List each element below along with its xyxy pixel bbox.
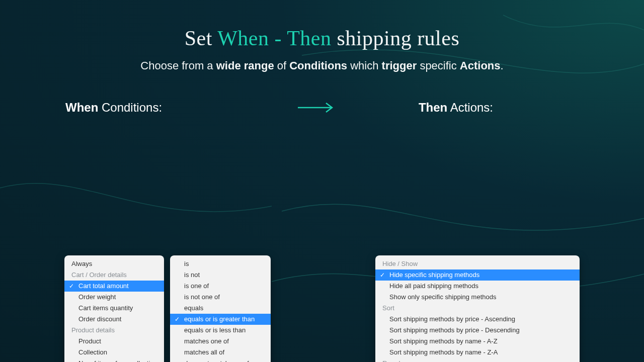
then-label: Then Actions:: [419, 101, 493, 115]
list-item[interactable]: equals or is less than: [170, 325, 271, 336]
list-item[interactable]: Cart items quantity: [64, 303, 164, 314]
list-item[interactable]: ✓Hide specific shipping methods: [375, 269, 580, 281]
list-item[interactable]: Order weight: [64, 292, 164, 303]
group-header: Reorder: [375, 358, 580, 362]
list-item[interactable]: matches all of: [170, 347, 271, 358]
group-header: Sort: [375, 303, 580, 314]
list-item[interactable]: does not match one of: [170, 358, 271, 362]
list-item[interactable]: Sort shipping methods by name - A-Z: [375, 336, 580, 347]
headline-suffix: shipping rules: [331, 27, 459, 50]
headline-prefix: Set: [185, 27, 217, 50]
when-label: When Conditions:: [65, 101, 162, 115]
conditions-dropdown[interactable]: AlwaysCart / Order details✓Cart total am…: [64, 255, 164, 362]
list-item[interactable]: Sort shipping methods by name - Z-A: [375, 347, 580, 358]
list-item[interactable]: Show only specific shipping methods: [375, 292, 580, 303]
operators-dropdown[interactable]: isis notis one ofis not one ofequals✓equ…: [170, 255, 271, 362]
group-header: Product details: [64, 325, 164, 336]
list-item[interactable]: equals: [170, 303, 271, 314]
group-header: Cart / Order details: [64, 269, 164, 281]
list-item[interactable]: ✓Cart total amount: [64, 281, 164, 292]
list-item[interactable]: Collection: [64, 347, 164, 358]
arrow-icon: [297, 101, 337, 115]
check-icon: ✓: [175, 315, 180, 324]
list-item[interactable]: Order discount: [64, 314, 164, 325]
headline: Set When - Then shipping rules: [0, 0, 644, 50]
list-item[interactable]: is: [170, 258, 271, 269]
actions-dropdown[interactable]: Hide / Show✓Hide specific shipping metho…: [375, 255, 580, 362]
list-item[interactable]: Sort shipping methods by price - Descend…: [375, 325, 580, 336]
list-item[interactable]: is not one of: [170, 292, 271, 303]
list-item[interactable]: Always: [64, 258, 164, 269]
list-item[interactable]: matches one of: [170, 336, 271, 347]
headline-accent: When - Then: [217, 27, 331, 50]
list-item[interactable]: is one of: [170, 281, 271, 292]
check-icon: ✓: [380, 270, 385, 280]
list-item[interactable]: ✓equals or is greater than: [170, 314, 271, 325]
list-item[interactable]: Sort shipping methods by price - Ascendi…: [375, 314, 580, 325]
list-item[interactable]: Hide all paid shipping methods: [375, 281, 580, 292]
list-item[interactable]: Product: [64, 336, 164, 347]
list-item[interactable]: is not: [170, 269, 271, 281]
list-item[interactable]: No. of items from collection: [64, 358, 164, 362]
group-header: Hide / Show: [375, 258, 580, 269]
subheadline: Choose from a wide range of Conditions w…: [0, 59, 644, 72]
check-icon: ✓: [69, 282, 74, 291]
